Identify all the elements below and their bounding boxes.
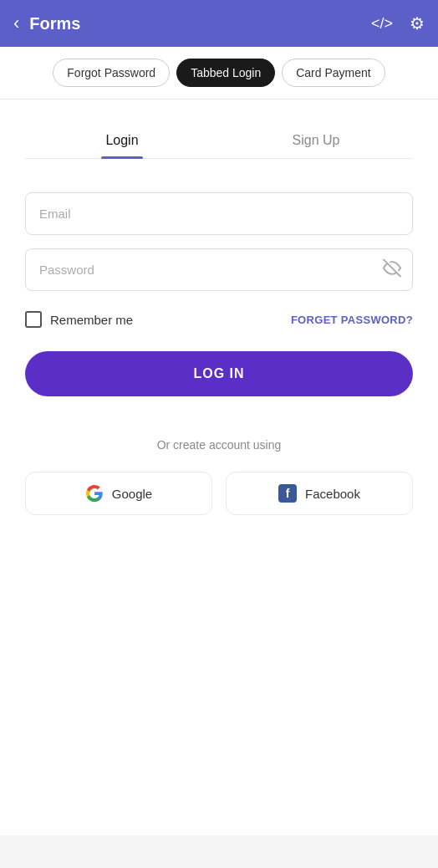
password-input[interactable] xyxy=(25,248,413,291)
social-buttons: Google f Facebook xyxy=(25,472,413,515)
tab-signup[interactable]: Sign Up xyxy=(219,133,413,158)
facebook-login-button[interactable]: f Facebook xyxy=(226,472,413,515)
remember-label: Remember me xyxy=(50,313,133,327)
header: ‹ Forms </> ⚙ xyxy=(0,0,438,47)
header-title: Forms xyxy=(29,14,371,33)
google-login-button[interactable]: Google xyxy=(25,472,212,515)
tab-pills-bar: Forgot Password Tabbed Login Card Paymen… xyxy=(0,47,438,100)
tab-pill-tabbed-login[interactable]: Tabbed Login xyxy=(176,59,275,87)
remember-row: Remember me FORGET PASSWORD? xyxy=(25,311,413,328)
remember-left: Remember me xyxy=(25,311,133,328)
tab-pill-forgot-password[interactable]: Forgot Password xyxy=(53,59,170,87)
auth-tabs: Login Sign Up xyxy=(25,100,413,159)
tab-pill-card-payment[interactable]: Card Payment xyxy=(282,59,385,87)
remember-checkbox[interactable] xyxy=(25,311,42,328)
settings-icon[interactable]: ⚙ xyxy=(410,13,425,33)
facebook-icon: f xyxy=(278,484,297,503)
email-input[interactable] xyxy=(25,192,413,235)
google-icon xyxy=(85,484,104,503)
back-button[interactable]: ‹ xyxy=(13,13,19,34)
tab-login[interactable]: Login xyxy=(25,133,219,158)
toggle-password-icon[interactable] xyxy=(383,258,401,281)
code-icon[interactable]: </> xyxy=(371,15,393,33)
forget-password-link[interactable]: FORGET PASSWORD? xyxy=(291,314,413,326)
social-divider-text: Or create account using xyxy=(25,438,413,452)
google-label: Google xyxy=(112,487,152,501)
facebook-label: Facebook xyxy=(305,487,360,501)
login-button[interactable]: LOG IN xyxy=(25,351,413,396)
main-content: Login Sign Up Remember me FORGET PASSWOR… xyxy=(0,100,438,835)
password-field-wrapper xyxy=(25,248,413,291)
